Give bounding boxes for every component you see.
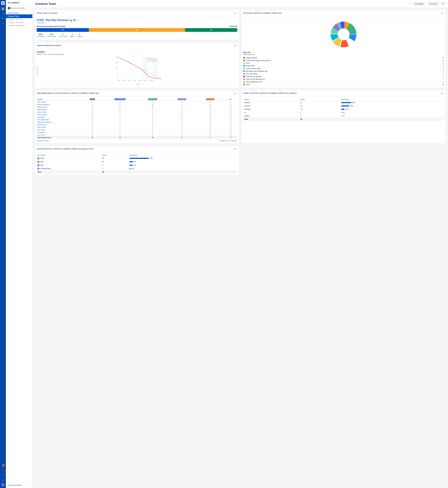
svg-text:200: 200 xyxy=(116,56,118,58)
table-row: Scott Black 0 1 4 0 0 0 xyxy=(36,116,238,118)
nav-icon-help[interactable]: ? xyxy=(1,473,5,477)
total-link[interactable]: 14 xyxy=(229,140,231,142)
total-open: 23 xyxy=(83,136,102,139)
total-inreview: 8 xyxy=(168,136,196,139)
pie-chart-legend: Epic Link Total Issues: 82 Organize Mode… xyxy=(243,51,444,86)
burndown-more-button[interactable]: ••• xyxy=(233,44,237,47)
assignee-name: Philip Galen Shannon xyxy=(36,121,83,124)
progress-done: 53 xyxy=(185,28,237,32)
issue-stats-types-header: Issue Statistics: Contacts Current Sprin… xyxy=(35,146,239,152)
assignee-name: Sarah Niemela xyxy=(36,108,83,111)
epic-link-title: Epic Link xyxy=(243,51,444,53)
legend-label: Task Service Maintenance xyxy=(246,78,265,80)
sidebar-item-product-team[interactable]: Contacts - Product Team xyxy=(6,21,32,24)
svg-text:Aug 2: Aug 2 xyxy=(122,80,126,81)
issue-stats-types-more-button[interactable]: ••• xyxy=(233,147,237,150)
svg-text:0: 0 xyxy=(117,78,118,79)
nav-icon-home[interactable]: ◆ xyxy=(1,7,5,11)
back-to-main-menu[interactable]: ← Back to main menu xyxy=(6,6,32,11)
svg-text:Guideline: Guideline xyxy=(148,58,153,59)
assignee-name: Scott Black xyxy=(36,116,83,118)
legend-label: CNC Tech Debt xyxy=(246,73,257,75)
table-row: Philip Galen Shannon 2 1 2 0 0 0 xyxy=(36,121,238,124)
nav-icon-search[interactable]: 🔍 xyxy=(1,16,5,20)
page-title: Contacts Team xyxy=(35,2,408,6)
stat-flagged-val: 0 xyxy=(77,33,82,36)
legend-label: Ruby GRPC xyxy=(246,65,255,67)
labels-row: enforcery 10 12% xyxy=(243,108,444,111)
sidebar-section-dashboards: Dashboards xyxy=(6,11,32,14)
pie-chart-gadget: Pie Chart: Contacts Current Sprint (DC) … xyxy=(241,10,446,88)
stat-bar xyxy=(341,115,342,117)
legend-dot xyxy=(243,65,245,67)
filter-table-body: Adam Steves 7 0 1 1 0 1 Sanneth Bergquis… xyxy=(36,101,238,136)
assignee-name: Valerie Coulter xyxy=(36,111,83,113)
header-more-button[interactable]: ••• xyxy=(441,2,445,6)
nav-icon-notifications[interactable]: 🔔 1 xyxy=(1,464,5,467)
dashboard-grid: Sprint Health Gadget ••• (7/29) - Bye By… xyxy=(32,8,448,177)
issue-stats-types-body: Issue Type Count Percentage ✓ Story 59 7… xyxy=(35,152,239,175)
stat-bar xyxy=(341,112,342,113)
total-resolved: 28 xyxy=(138,136,168,139)
assignee-name: Troy Crisler xyxy=(36,134,83,136)
issue-stats-types-title: Issue Statistics: Contacts Current Sprin… xyxy=(37,148,93,150)
nav-icon-apps[interactable]: ⋮⋮ xyxy=(1,469,5,472)
stat-time-elapsed-val: 43% xyxy=(37,33,45,36)
labels-total-count: 68 xyxy=(299,118,340,121)
filter-stats-more-button[interactable]: ••• xyxy=(233,92,237,95)
back-label: Back to main menu xyxy=(11,7,25,9)
issue-stats-types-gadget: Issue Statistics: Contacts Current Sprin… xyxy=(35,146,239,175)
stat-scope-change-val: 8% xyxy=(59,33,67,36)
sidebar-item-core-team[interactable]: Contacts - Core Team xyxy=(6,18,32,21)
stat-work-complete-label: Work complete xyxy=(47,36,56,37)
issue-type-icon: ✓ xyxy=(38,164,39,166)
issue-stats-labels-more-button[interactable]: ••• xyxy=(440,92,444,95)
add-gadget-button[interactable]: Add gadget xyxy=(413,2,425,6)
overall-label: Overall sprint progress (Story Points) xyxy=(37,25,65,27)
sidebar-item-contacts-team[interactable]: Contacts Team xyxy=(6,14,32,18)
app-logo[interactable] xyxy=(1,1,5,5)
legend-count: 8 xyxy=(443,65,444,67)
showing-link[interactable]: 14 xyxy=(226,140,227,142)
stat-work-complete-val: 27% xyxy=(47,33,56,36)
nav-icon-avatar[interactable]: U xyxy=(1,483,5,487)
stat-flagged: 0 Flagged xyxy=(77,33,82,37)
types-row: ✓ Compass Bug 3 0% xyxy=(36,167,238,170)
legend-label: Organize Mode xyxy=(246,57,257,59)
nav-icon-create[interactable]: + xyxy=(1,21,5,25)
pie-chart-more-button[interactable]: ••• xyxy=(440,12,444,15)
sidebar-item-waffle-squad[interactable]: Contacts - Wafffle Squad xyxy=(6,24,32,27)
legend-count: 9 xyxy=(443,62,444,64)
legend-count: 4 xyxy=(443,76,444,78)
favorite-star-icon[interactable]: ★ xyxy=(409,2,411,5)
legend-item: Contacts Messages Improvements 10 xyxy=(243,59,444,62)
burndown-gadget: Sprint Burndown Gadget ••• Contacts SPRI… xyxy=(35,42,239,88)
table-footer: Grouped by: Status Showing 14 of 14 stat… xyxy=(36,139,238,142)
days-left: 5 days left xyxy=(229,25,237,27)
sprint-health-more-button[interactable]: ••• xyxy=(233,12,237,15)
sidebar: Jira Software ← Back to main menu Dashbo… xyxy=(6,0,32,488)
nav-icon-star[interactable]: ★ xyxy=(1,12,5,16)
labels-col-pct: Percentage xyxy=(340,98,444,101)
nav-icon-settings[interactable]: ⚙ xyxy=(1,478,5,482)
edit-layout-button[interactable]: Edit layout xyxy=(427,2,439,6)
legend-dot xyxy=(243,57,245,59)
types-total-label: Total xyxy=(36,170,101,174)
sidebar-header: Jira Software xyxy=(6,0,32,6)
legend-dot xyxy=(243,62,245,64)
table-row: Sanneth Bergquist 1 0 6 2 0 0 xyxy=(36,103,238,106)
progress-inprog: 95 xyxy=(89,28,185,32)
legend-dot xyxy=(243,78,245,80)
sprint-stats: 43% Time elapsed 27% Work complete 8% Sc… xyxy=(37,33,237,37)
total-blocked: 1 xyxy=(196,136,224,139)
legend-label: Other... xyxy=(246,84,251,86)
back-icon: ← xyxy=(8,7,10,9)
pie-chart-body: Epic Link Total Issues: 82 Organize Mode… xyxy=(241,16,446,88)
stat-bar xyxy=(129,161,133,162)
labels-row: frontend 31 38% xyxy=(243,101,444,104)
total-inprog: 10 xyxy=(102,136,138,139)
table-row: Sam Houston 0 1 2 0 0 0 xyxy=(36,126,238,129)
legend-item: None 9 xyxy=(243,62,444,64)
view-all-dashboards[interactable]: View all dashboards xyxy=(8,484,31,486)
issue-stats-labels-body: Labels Count Percentage frontend 31 38% … xyxy=(241,97,446,122)
